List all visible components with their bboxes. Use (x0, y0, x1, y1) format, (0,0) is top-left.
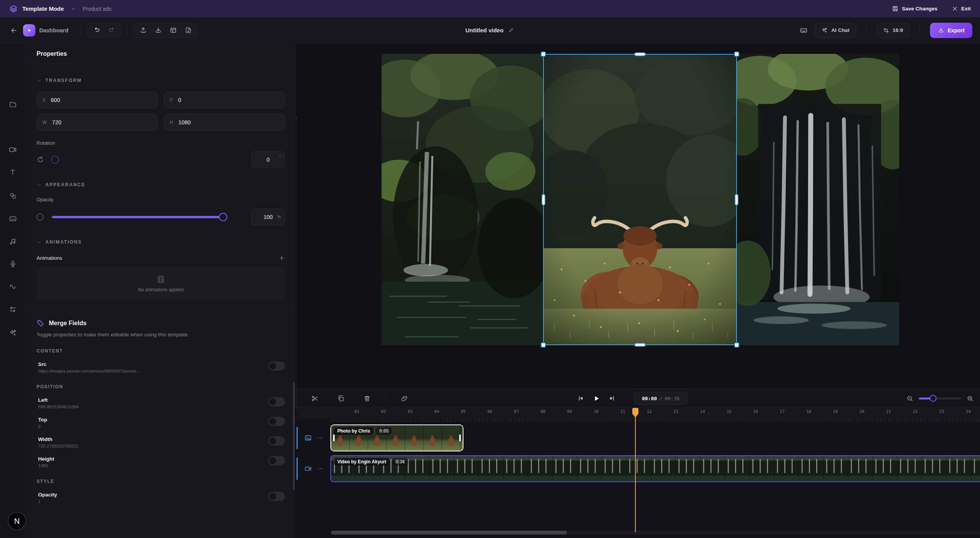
resize-handle-s[interactable] (634, 343, 646, 347)
track-header-image[interactable] (297, 424, 330, 451)
dashboard-link[interactable]: Dashboard (39, 27, 68, 33)
resize-handle-e[interactable] (735, 194, 738, 206)
app-logo[interactable] (23, 24, 35, 37)
sidebar-item-audio[interactable] (3, 232, 22, 251)
y-input[interactable] (177, 97, 279, 104)
resize-handle-se[interactable] (734, 343, 739, 348)
preview-image-waterfall-right[interactable] (737, 54, 899, 345)
sidebar-item-captions[interactable] (3, 209, 22, 228)
opacity-field[interactable]: % (251, 209, 285, 226)
sidebar-item-waveform[interactable] (3, 277, 22, 296)
ruler-tick (540, 419, 541, 422)
h-field[interactable]: H (164, 114, 285, 131)
resize-handle-sw[interactable] (541, 343, 546, 348)
sidebar-item-ai-tools[interactable] (3, 323, 22, 342)
track-menu-icon[interactable] (317, 466, 323, 472)
sidebar-item-videos[interactable] (3, 140, 22, 159)
split-clip-button[interactable] (308, 392, 321, 405)
section-transform[interactable]: TRANSFORM (37, 78, 285, 83)
divider (386, 394, 386, 403)
opacity-input[interactable] (256, 214, 280, 221)
play-button[interactable] (590, 392, 603, 405)
clip-photo[interactable]: Photo by Chris 0:05 (330, 424, 463, 451)
selection-box[interactable] (543, 54, 737, 345)
sidebar-item-voiceover[interactable] (3, 254, 22, 273)
timeline-hscrollbar[interactable] (330, 531, 980, 535)
back-button[interactable] (8, 24, 20, 37)
download-button[interactable] (152, 24, 164, 36)
x-field[interactable]: X (37, 92, 158, 109)
layout-button[interactable] (167, 24, 179, 36)
rotation-input[interactable] (256, 156, 280, 163)
y-field[interactable]: Y (164, 92, 285, 109)
zoom-in-icon[interactable] (967, 395, 974, 402)
h-input[interactable] (178, 119, 279, 126)
new-file-button[interactable] (182, 24, 194, 36)
canvas-stage[interactable] (297, 44, 980, 389)
ruler-tick (519, 419, 520, 422)
width-toggle[interactable] (268, 436, 285, 446)
zoom-out-icon[interactable] (906, 395, 913, 402)
sidebar-item-text[interactable] (3, 163, 22, 182)
clip-thumbnail (423, 425, 442, 451)
duplicate-clip-button[interactable] (334, 392, 347, 405)
playhead[interactable] (635, 408, 636, 532)
w-field[interactable]: W (37, 114, 158, 131)
clip-trim-left[interactable] (333, 434, 335, 441)
ruler-tick (848, 419, 849, 422)
clip-video[interactable]: Video by Engin Akyurt 0:36 (330, 455, 980, 482)
shortcuts-button[interactable] (797, 24, 810, 37)
zoom-knob[interactable] (930, 395, 937, 402)
opacity-slider-knob[interactable] (219, 213, 227, 221)
rotation-dial[interactable] (51, 156, 59, 164)
left-toggle[interactable] (268, 397, 285, 406)
export-button[interactable]: Export (930, 23, 972, 38)
clip-thumbnail (460, 425, 463, 451)
resize-handle-nw[interactable] (541, 52, 546, 57)
src-toggle[interactable] (268, 361, 285, 371)
resize-handle-w[interactable] (542, 194, 545, 206)
opacity-reset-icon[interactable] (37, 214, 43, 221)
ruler-second-label: 22 (913, 409, 918, 414)
height-toggle[interactable] (268, 456, 285, 465)
sidebar-item-files[interactable] (3, 95, 22, 114)
preview-image-forest-left[interactable] (382, 54, 543, 345)
tag-icon (37, 319, 44, 327)
video-title[interactable]: Untitled video (465, 27, 503, 33)
rename-button[interactable] (507, 27, 515, 34)
timeline-zoom-slider[interactable] (919, 395, 961, 402)
assistant-avatar[interactable]: N (8, 512, 26, 530)
style-opacity-toggle[interactable] (268, 492, 285, 501)
x-input[interactable] (50, 97, 152, 104)
sidebar-item-shapes[interactable] (3, 186, 22, 205)
skip-start-button[interactable] (574, 392, 587, 405)
opacity-slider[interactable] (52, 213, 251, 221)
upload-button[interactable] (137, 24, 149, 36)
sidebar-item-transitions[interactable] (3, 300, 22, 319)
skip-end-button[interactable] (605, 392, 618, 405)
resize-handle-ne[interactable] (734, 52, 739, 57)
ruler-tick (453, 419, 453, 422)
resize-handle-n[interactable] (634, 52, 646, 56)
section-animations[interactable]: ANIMATIONS (37, 239, 285, 245)
save-changes-button[interactable]: Save Changes (892, 5, 937, 12)
delete-clip-button[interactable] (360, 392, 373, 405)
section-appearance[interactable]: APPEARANCE (37, 182, 285, 187)
add-animation-button[interactable] (278, 255, 285, 261)
clip-trim-right[interactable] (459, 434, 461, 441)
w-input[interactable] (51, 119, 152, 126)
timeline-hscroll-thumb[interactable] (331, 531, 567, 535)
attach-clip-button[interactable] (397, 392, 410, 405)
rotation-field[interactable]: ° (251, 151, 285, 168)
track-menu-icon[interactable] (317, 435, 323, 441)
ai-chat-button[interactable]: AI Chat (815, 23, 856, 38)
top-toggle[interactable] (268, 417, 285, 426)
exit-button[interactable]: Exit (952, 6, 971, 12)
redo-button[interactable] (106, 24, 118, 36)
aspect-ratio-button[interactable]: 16:9 (877, 23, 910, 38)
track-header-video[interactable] (297, 455, 330, 482)
rotate-icon[interactable] (37, 156, 44, 164)
microphone-icon (9, 260, 17, 268)
panel-scrollbar[interactable] (293, 382, 295, 490)
undo-button[interactable] (91, 24, 103, 36)
